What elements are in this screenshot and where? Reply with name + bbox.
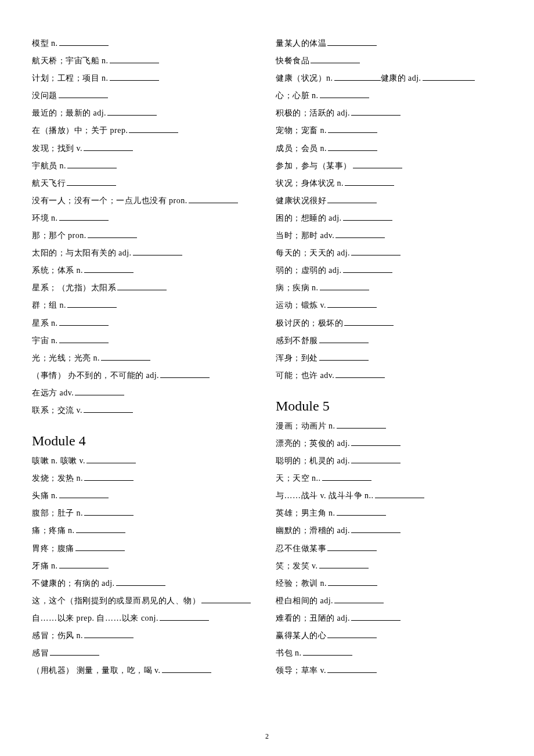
- fill-blank[interactable]: [351, 525, 400, 533]
- fill-blank[interactable]: [84, 630, 134, 638]
- vocab-entry: 宇宙 n.: [32, 332, 258, 350]
- fill-blank[interactable]: [129, 125, 178, 133]
- fill-blank[interactable]: [110, 73, 159, 81]
- fill-blank[interactable]: [334, 73, 381, 81]
- fill-blank[interactable]: [328, 143, 377, 151]
- fill-blank[interactable]: [162, 665, 211, 673]
- fill-blank[interactable]: [320, 282, 369, 290]
- fill-blank[interactable]: [86, 455, 136, 463]
- fill-blank[interactable]: [328, 125, 377, 133]
- fill-blank[interactable]: [327, 195, 377, 203]
- fill-blank[interactable]: [84, 507, 134, 516]
- fill-blank[interactable]: [160, 613, 209, 621]
- fill-blank[interactable]: [84, 473, 134, 481]
- vocab-entry: 这，这个（指刚提到的或显而易见的人、物）: [32, 592, 258, 610]
- two-column-layout: 模型 n.航天桥；宇宙飞船 n.计划；工程；项目 n.没问题最近的；最新的 ad…: [32, 35, 502, 679]
- vocab-entry: 聪明的；机灵的 adj.: [276, 452, 502, 470]
- fill-blank[interactable]: [67, 160, 117, 168]
- vocab-entry: 航天飞行: [32, 175, 258, 192]
- fill-blank[interactable]: [311, 55, 360, 63]
- fill-blank[interactable]: [423, 73, 475, 81]
- fill-blank[interactable]: [76, 525, 125, 533]
- fill-blank[interactable]: [328, 578, 377, 586]
- vocab-entry: 感到不舒服: [276, 332, 502, 350]
- fill-blank[interactable]: [334, 595, 384, 603]
- fill-blank[interactable]: [116, 578, 165, 586]
- fill-blank[interactable]: [67, 300, 117, 308]
- fill-blank[interactable]: [75, 543, 125, 551]
- fill-blank[interactable]: [351, 438, 400, 446]
- fill-blank[interactable]: [337, 420, 386, 429]
- entry-label: 漫画；动画片 n.: [276, 422, 335, 430]
- fill-blank[interactable]: [67, 178, 116, 186]
- vocab-entry: 不健康的；有病的 adj.: [32, 575, 258, 592]
- fill-blank[interactable]: [59, 213, 109, 221]
- vocab-entry: 天；天空 n..: [276, 470, 502, 487]
- fill-blank[interactable]: [327, 38, 377, 46]
- fill-blank[interactable]: [335, 230, 385, 238]
- entry-label: 状况；身体状况 n.: [276, 179, 344, 188]
- fill-blank[interactable]: [50, 647, 99, 656]
- fill-blank[interactable]: [345, 178, 394, 186]
- entry-label: 当时；那时 adv.: [276, 231, 334, 240]
- fill-blank[interactable]: [327, 543, 377, 551]
- fill-blank[interactable]: [335, 370, 385, 378]
- entry-label: 运动；锻炼 v.: [276, 301, 326, 309]
- fill-blank[interactable]: [189, 195, 238, 203]
- vocab-entry: 感冒: [32, 645, 258, 662]
- fill-blank[interactable]: [133, 247, 182, 255]
- fill-blank[interactable]: [59, 335, 109, 343]
- fill-blank[interactable]: [351, 247, 400, 255]
- entry-label: 积极的；活跃的 adj.: [276, 109, 350, 117]
- fill-blank[interactable]: [337, 507, 386, 516]
- fill-blank[interactable]: [59, 38, 109, 46]
- fill-blank[interactable]: [343, 213, 392, 221]
- fill-blank[interactable]: [351, 613, 400, 621]
- entry-label: 困的；想睡的 adj.: [276, 214, 342, 222]
- fill-blank[interactable]: [344, 318, 394, 326]
- fill-blank[interactable]: [322, 473, 371, 481]
- fill-blank[interactable]: [101, 352, 150, 361]
- fill-blank[interactable]: [327, 300, 377, 308]
- fill-blank[interactable]: [160, 370, 210, 378]
- fill-blank[interactable]: [84, 143, 133, 151]
- vocab-entry: 当时；那时 adv.: [276, 227, 502, 244]
- fill-blank[interactable]: [327, 665, 377, 673]
- fill-blank[interactable]: [84, 265, 134, 273]
- fill-blank[interactable]: [75, 387, 124, 395]
- fill-blank[interactable]: [117, 282, 167, 290]
- vocab-entry: 没有一人；没有一个；一点儿也没有 pron.: [32, 192, 258, 210]
- fill-blank[interactable]: [303, 647, 352, 656]
- fill-blank[interactable]: [353, 160, 402, 168]
- right-section-1: 量某人的体温快餐食品健康（状况）n.健康的 adj.心；心脏 n.积极的；活跃的…: [276, 35, 502, 384]
- fill-blank[interactable]: [88, 230, 137, 238]
- entry-label: 牙痛 n.: [32, 561, 58, 570]
- fill-blank[interactable]: [107, 107, 157, 116]
- fill-blank[interactable]: [327, 630, 377, 638]
- vocab-entry: 发现；找到 v.: [32, 140, 258, 157]
- fill-blank[interactable]: [351, 455, 400, 463]
- fill-blank[interactable]: [343, 265, 392, 273]
- vocab-entry: 在（播放）中；关于 prep.: [32, 122, 258, 139]
- fill-blank[interactable]: [201, 595, 251, 603]
- right-column: 量某人的体温快餐食品健康（状况）n.健康的 adj.心；心脏 n.积极的；活跃的…: [276, 35, 502, 679]
- entry-label: 领导；草率 v.: [276, 666, 326, 675]
- fill-blank[interactable]: [59, 318, 109, 326]
- fill-blank[interactable]: [319, 560, 369, 568]
- fill-blank[interactable]: [375, 490, 424, 498]
- entry-label: 病；疾病 n.: [276, 283, 319, 292]
- fill-blank[interactable]: [319, 335, 369, 343]
- fill-blank[interactable]: [320, 90, 369, 98]
- fill-blank[interactable]: [59, 90, 108, 98]
- entry-label: 笑；发笑 v.: [276, 561, 318, 570]
- vocab-entry: 病；疾病 n.: [276, 279, 502, 297]
- fill-blank[interactable]: [110, 55, 159, 63]
- vocab-entry: 头痛 n.: [32, 487, 258, 505]
- fill-blank[interactable]: [84, 405, 133, 413]
- vocab-entry: 量某人的体温: [276, 35, 502, 52]
- fill-blank[interactable]: [59, 560, 109, 568]
- fill-blank[interactable]: [59, 490, 109, 498]
- fill-blank[interactable]: [319, 352, 369, 361]
- fill-blank[interactable]: [351, 107, 400, 116]
- entry-label: 环境 n.: [32, 214, 58, 222]
